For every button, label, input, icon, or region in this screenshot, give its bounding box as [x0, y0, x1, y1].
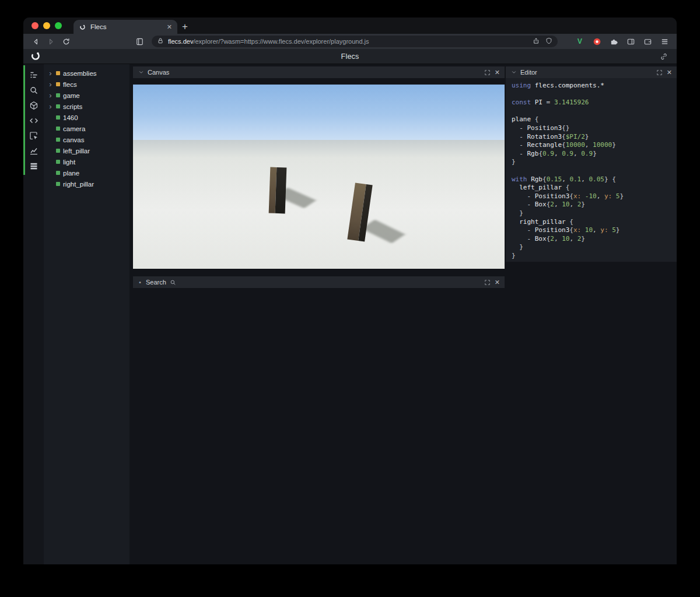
entity-color-square — [56, 149, 60, 153]
collapsed-toggle-icon[interactable]: • — [138, 279, 142, 286]
cube-icon[interactable] — [23, 98, 44, 113]
expand-icon[interactable] — [484, 279, 491, 286]
scene-sky — [133, 85, 505, 140]
code-line: - Rotation3{$PI/2} — [512, 133, 671, 142]
entity-color-square — [56, 127, 60, 131]
close-icon[interactable]: ✕ — [667, 69, 672, 76]
puzzle-icon[interactable] — [608, 35, 620, 48]
tree-item-canvas[interactable]: canvas — [44, 134, 130, 145]
shield-icon[interactable] — [545, 36, 552, 47]
tab-title: Flecs — [90, 23, 163, 30]
close-icon[interactable]: ✕ — [495, 69, 500, 76]
zoom-window-button[interactable] — [55, 22, 62, 29]
editor-panel: Editor ✕ using flecs.components.* const … — [506, 66, 677, 262]
v-extension-icon[interactable]: V — [574, 35, 586, 48]
expand-arrow-icon[interactable]: › — [48, 92, 53, 99]
bookmark-icon[interactable] — [133, 35, 146, 48]
share-icon[interactable] — [533, 36, 540, 47]
editor-panel-header[interactable]: Editor ✕ — [506, 66, 677, 78]
expand-arrow-icon[interactable]: › — [48, 103, 53, 110]
expand-icon[interactable] — [656, 69, 663, 76]
search-icon — [170, 279, 176, 286]
code-area[interactable]: using flecs.components.* const PI = 3.14… — [506, 78, 677, 262]
red-extension-icon[interactable] — [591, 35, 603, 48]
browser-tab[interactable]: Flecs ✕ — [74, 20, 177, 34]
canvas-panel: Canvas ✕ — [133, 66, 505, 269]
reload-icon[interactable] — [60, 35, 72, 48]
entity-label: 1460 — [63, 114, 78, 121]
code-line: - Box{2, 10, 2} — [512, 235, 671, 244]
url-path: /explorer/?wasm=https://www.flecs.dev/ex… — [193, 38, 369, 45]
extension-icons: V — [574, 35, 656, 48]
canvas-panel-header[interactable]: Canvas ✕ — [133, 66, 505, 78]
chart-icon[interactable] — [23, 143, 44, 159]
code-line — [512, 107, 671, 116]
search-panel-title: Search — [146, 279, 166, 286]
tree-item-assemblies[interactable]: ›assemblies — [44, 68, 130, 79]
left-pillar — [269, 167, 287, 214]
address-bar[interactable]: flecs.dev/explorer/?wasm=https://www.fle… — [152, 36, 558, 47]
close-icon[interactable]: ✕ — [495, 279, 500, 286]
3d-canvas[interactable] — [133, 85, 505, 269]
tab-favicon-flecs-logo — [79, 23, 86, 31]
tab-close-icon[interactable]: ✕ — [167, 23, 172, 31]
tree-item-plane[interactable]: plane — [44, 167, 130, 178]
search-panel-header[interactable]: • Search ✕ — [133, 276, 505, 288]
entity-label: camera — [63, 125, 85, 132]
search-panel: • Search ✕ — [133, 276, 505, 288]
code-line: } — [512, 243, 671, 252]
code-line: left_pillar { — [512, 184, 671, 192]
content-area: Canvas ✕ • Search — [130, 64, 677, 564]
entity-color-square — [56, 182, 60, 186]
expand-arrow-icon[interactable]: › — [48, 80, 53, 88]
code-line: - Rgb{0.9, 0.9, 0.9} — [512, 150, 671, 159]
tree-item-scripts[interactable]: ›scripts — [44, 101, 130, 112]
window-controls — [32, 17, 62, 34]
tree-item-right_pillar[interactable]: right_pillar — [44, 178, 130, 189]
chevron-down-icon[interactable] — [510, 69, 517, 76]
flecs-logo-icon — [30, 51, 42, 62]
back-icon[interactable] — [29, 35, 42, 48]
minimize-window-button[interactable] — [43, 22, 50, 29]
inspect-icon[interactable] — [23, 128, 44, 143]
tree-item-left_pillar[interactable]: left_pillar — [44, 145, 130, 156]
expand-icon[interactable] — [484, 69, 491, 76]
chevron-down-icon[interactable] — [138, 69, 144, 76]
entity-label: flecs — [63, 81, 77, 88]
entity-label: left_pillar — [63, 148, 90, 154]
close-window-button[interactable] — [32, 22, 38, 29]
entity-tree: ›assemblies›flecs›game›scripts1460camera… — [44, 64, 130, 564]
entity-color-square — [56, 71, 60, 75]
entity-color-square — [56, 104, 60, 108]
hierarchy-icon[interactable] — [23, 68, 44, 83]
browser-toolbar: flecs.dev/explorer/?wasm=https://www.fle… — [23, 34, 677, 49]
tree-item-game[interactable]: ›game — [44, 90, 130, 101]
expand-arrow-icon[interactable]: › — [48, 69, 53, 77]
link-icon[interactable] — [658, 51, 670, 62]
tree-item-flecs[interactable]: ›flecs — [44, 79, 130, 90]
rows-icon[interactable] — [23, 159, 44, 174]
canvas-panel-title: Canvas — [148, 69, 169, 76]
wallet-icon[interactable] — [642, 35, 653, 48]
entity-label: assemblies — [63, 70, 97, 77]
search-icon[interactable] — [23, 83, 44, 98]
icon-rail — [23, 64, 44, 564]
page-title: Flecs — [42, 52, 658, 61]
entity-color-square — [56, 138, 60, 142]
code-line: - Position3{} — [512, 124, 671, 133]
code-line: - Position3{x: 10, y: 5} — [512, 226, 671, 235]
new-tab-button[interactable]: + — [177, 20, 192, 34]
tree-item-1460[interactable]: 1460 — [44, 112, 130, 123]
entity-color-square — [56, 171, 60, 175]
code-line: using flecs.components.* — [512, 82, 671, 90]
code-icon[interactable] — [23, 113, 44, 128]
code-line: } — [512, 209, 671, 218]
scene-ground — [133, 140, 505, 269]
entity-color-square — [56, 82, 60, 86]
tree-item-camera[interactable]: camera — [44, 123, 130, 134]
menu-icon[interactable] — [658, 35, 671, 48]
tree-item-light[interactable]: light — [44, 156, 130, 167]
panel-icon[interactable] — [625, 35, 636, 48]
entity-label: plane — [63, 170, 79, 177]
code-line: } — [512, 252, 671, 261]
